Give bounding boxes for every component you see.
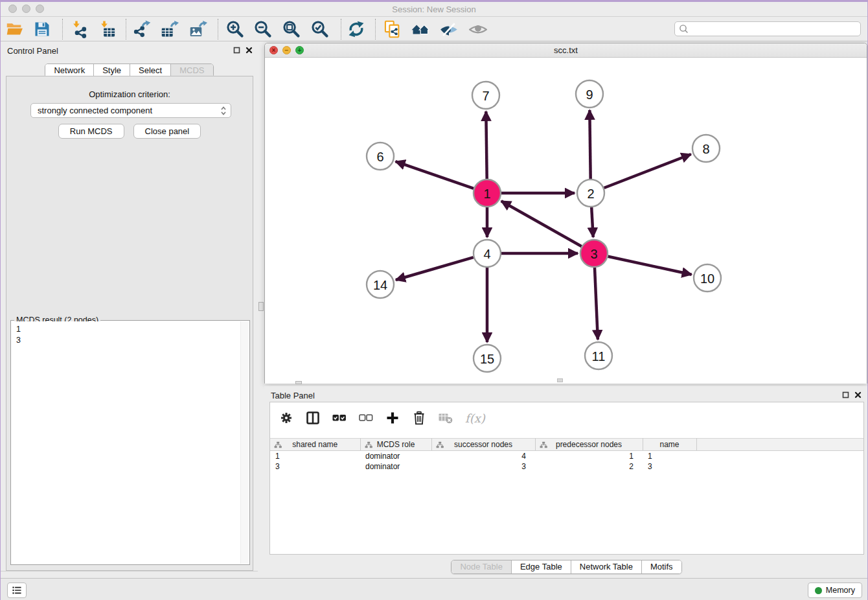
save-session-button[interactable] bbox=[31, 18, 53, 40]
column-header-predecessor-nodes[interactable]: predecessor nodes bbox=[535, 439, 643, 451]
open-folder-icon bbox=[6, 20, 24, 38]
mcds-result-text[interactable]: 13 bbox=[12, 321, 240, 564]
table-cell[interactable]: dominator bbox=[360, 461, 431, 472]
column-header-shared-name[interactable]: shared name bbox=[270, 439, 360, 451]
zoom-selected-button[interactable] bbox=[309, 18, 331, 40]
export-table-button[interactable] bbox=[159, 18, 181, 40]
tab-network[interactable]: Network bbox=[45, 64, 93, 77]
import-network-button[interactable] bbox=[69, 18, 91, 40]
delete-table-button[interactable] bbox=[439, 410, 454, 426]
column-header-successor-nodes[interactable]: successor nodes bbox=[431, 439, 535, 451]
column-header-mcds-role[interactable]: MCDS role bbox=[360, 439, 431, 451]
apply-function-button[interactable]: f(x) bbox=[465, 410, 485, 426]
tab-mcds[interactable]: MCDS bbox=[170, 64, 212, 77]
export-image-button[interactable] bbox=[187, 18, 209, 40]
result-scrollbar[interactable] bbox=[240, 321, 249, 564]
table-settings-button[interactable] bbox=[279, 410, 295, 426]
tab-edge-table[interactable]: Edge Table bbox=[511, 560, 571, 573]
delete-column-button[interactable] bbox=[412, 410, 428, 426]
deselect-all-icon bbox=[359, 411, 373, 425]
float-panel-icon[interactable] bbox=[842, 391, 849, 398]
graph-node-label-15: 15 bbox=[480, 352, 494, 366]
table-cell[interactable]: 1 bbox=[535, 451, 643, 461]
run-mcds-button[interactable]: Run MCDS bbox=[58, 124, 124, 139]
minimize-window-button[interactable] bbox=[22, 5, 30, 13]
maximize-window-button[interactable] bbox=[36, 5, 44, 13]
task-history-button[interactable] bbox=[7, 583, 27, 598]
graph-edge-3-11[interactable] bbox=[595, 268, 598, 340]
column-header-name[interactable]: name bbox=[643, 439, 696, 451]
graph-edge-2-9[interactable] bbox=[589, 110, 590, 179]
column-layout-button[interactable] bbox=[306, 410, 321, 426]
zoom-fit-button[interactable] bbox=[280, 18, 303, 40]
graph-edge-2-8[interactable] bbox=[604, 154, 691, 188]
graph-node-label-14: 14 bbox=[373, 278, 387, 292]
export-table-icon bbox=[161, 20, 179, 38]
vertical-splitter[interactable] bbox=[258, 41, 264, 578]
table-row[interactable]: 1dominator411 bbox=[270, 451, 863, 461]
open-file-button[interactable] bbox=[4, 18, 26, 40]
title-bar[interactable]: Session: New Session bbox=[1, 2, 867, 17]
network-window: × − + scc.txt 1234678910111415 bbox=[264, 43, 867, 384]
tab-node-table[interactable]: Node Table bbox=[451, 560, 511, 573]
table-cell[interactable]: 4 bbox=[431, 451, 535, 461]
close-panel-icon[interactable] bbox=[246, 47, 253, 54]
memory-button[interactable]: Memory bbox=[808, 583, 862, 598]
add-column-button[interactable] bbox=[385, 410, 401, 426]
select-all-rows-button[interactable] bbox=[332, 410, 348, 426]
show-hide-eye-icon bbox=[440, 20, 458, 38]
graph-node-label-9: 9 bbox=[586, 87, 593, 102]
float-panel-icon[interactable] bbox=[233, 47, 240, 54]
table-cell[interactable]: 3 bbox=[431, 461, 535, 472]
canvas-scroll-handle[interactable] bbox=[557, 378, 563, 382]
tab-select[interactable]: Select bbox=[130, 64, 170, 77]
criterion-dropdown[interactable]: strongly connected component bbox=[30, 103, 231, 118]
zoom-in-button[interactable] bbox=[224, 18, 246, 40]
table-cell[interactable]: 3 bbox=[643, 461, 696, 472]
tree-column-icon bbox=[540, 441, 547, 449]
clone-network-button[interactable] bbox=[382, 18, 404, 40]
table-cell[interactable]: 3 bbox=[270, 461, 360, 472]
table-row[interactable]: 3dominator323 bbox=[270, 461, 863, 472]
tab-motifs[interactable]: Motifs bbox=[641, 560, 681, 573]
table-cell[interactable]: 1 bbox=[643, 451, 696, 461]
search-input[interactable] bbox=[691, 23, 856, 34]
result-line: 1 bbox=[16, 324, 240, 335]
graph-edge-3-1[interactable] bbox=[501, 201, 582, 246]
home-button[interactable] bbox=[409, 18, 431, 40]
zoom-out-icon bbox=[254, 20, 272, 38]
graph-edge-1-7[interactable] bbox=[486, 111, 486, 179]
graph-edge-3-10[interactable] bbox=[608, 257, 692, 275]
export-network-button[interactable] bbox=[131, 18, 153, 40]
close-window-button[interactable] bbox=[8, 5, 17, 13]
deselect-all-rows-button[interactable] bbox=[359, 410, 374, 426]
graph-edge-4-14[interactable] bbox=[396, 257, 474, 280]
window-controls[interactable] bbox=[8, 5, 44, 13]
zoom-out-button[interactable] bbox=[252, 18, 274, 40]
close-panel-icon[interactable] bbox=[854, 391, 862, 398]
graph-edge-2-3[interactable] bbox=[591, 207, 593, 237]
graph-edge-1-6[interactable] bbox=[396, 161, 474, 189]
list-icon bbox=[12, 584, 22, 596]
show-hide-graphics-button[interactable] bbox=[438, 18, 460, 40]
search-box[interactable] bbox=[674, 21, 861, 36]
network-window-titlebar[interactable]: × − + scc.txt bbox=[265, 43, 867, 58]
table-cell[interactable]: 1 bbox=[270, 451, 360, 461]
tab-network-table[interactable]: Network Table bbox=[571, 560, 641, 573]
table-cell[interactable]: 2 bbox=[535, 461, 643, 472]
close-panel-button[interactable]: Close panel bbox=[133, 124, 201, 139]
import-table-button[interactable] bbox=[97, 18, 119, 40]
export-network-icon bbox=[133, 20, 151, 38]
network-window-title: scc.txt bbox=[265, 45, 867, 55]
splitter-handle[interactable] bbox=[258, 302, 264, 311]
import-table-icon bbox=[98, 20, 117, 38]
zoom-fit-icon bbox=[282, 20, 301, 38]
preview-button[interactable] bbox=[467, 18, 489, 40]
table-toolbar: f(x) bbox=[270, 402, 863, 433]
tab-style[interactable]: Style bbox=[93, 64, 130, 77]
tree-column-icon bbox=[436, 441, 444, 449]
horizontal-splitter-handle[interactable] bbox=[295, 381, 302, 384]
refresh-view-button[interactable] bbox=[345, 18, 367, 40]
table-cell[interactable]: dominator bbox=[360, 451, 431, 461]
network-canvas[interactable]: 1234678910111415 bbox=[265, 58, 867, 384]
